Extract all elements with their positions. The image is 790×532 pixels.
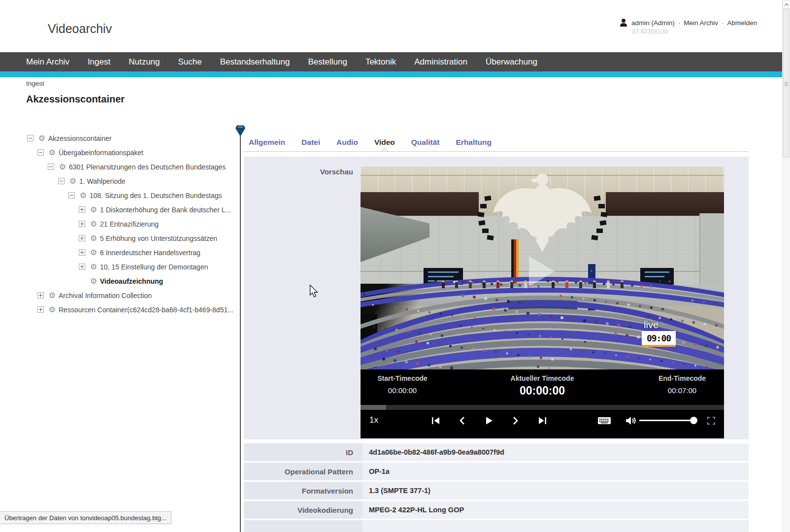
keyboard-shortcuts-icon[interactable] [596, 416, 613, 426]
tab-allgemein[interactable]: Allgemein [249, 138, 285, 152]
scene-decor [510, 280, 513, 288]
bundesadler-eagle-emblem [481, 167, 604, 256]
expand-icon[interactable] [79, 221, 85, 227]
abmelden-link[interactable]: Abmelden [727, 19, 757, 27]
tab-qualitaet[interactable]: Qualität [411, 138, 440, 152]
nav-mein-archiv[interactable]: Mein Archiv [26, 57, 69, 67]
scene-decor [434, 280, 437, 282]
scene-decor [473, 296, 476, 299]
scene-decor [516, 332, 518, 334]
step-back-icon[interactable] [455, 416, 469, 426]
volume-icon[interactable] [623, 416, 638, 426]
scene-decor [449, 345, 452, 347]
expand-icon[interactable] [37, 292, 44, 299]
scene-decor [660, 360, 662, 362]
page-scrollbar[interactable] [782, 0, 790, 532]
tab-video-active[interactable]: Video [374, 138, 395, 152]
tree-item-label[interactable]: 6 Innerdeutscher Handelsvertrag [100, 249, 200, 257]
scroll-up-icon[interactable] [783, 0, 790, 8]
play-button-icon[interactable] [482, 416, 496, 426]
tree-item-plenarsitzungen[interactable]: ⚙ 6301 Plenarsitzungen des Deutschen Bun… [25, 160, 236, 174]
tree-item-unterstuetzungssaetze[interactable]: ⚙ 5 Erhöhung von Unterstützungssätzen [25, 231, 236, 245]
expand-icon[interactable] [79, 206, 85, 213]
tree-item-sitzung-108[interactable]: ⚙ 108. Sitzung des 1. Deutschen Bundesta… [25, 188, 236, 202]
tree-item-videoaufzeichnung-selected[interactable]: ⚙ Videoaufzeichnung [25, 274, 236, 288]
tree-item-label[interactable]: Archival Information Collection [59, 292, 152, 299]
detail-tabs: Allgemein Datei Audio Video Qualität Erh… [244, 134, 492, 152]
tree-item-label[interactable]: 1 Diskonterhöhung der Bank deutscher L..… [100, 206, 231, 214]
tree-item-label[interactable]: 108. Sitzung des 1. Deutschen Bundestags [90, 192, 222, 200]
collapse-icon[interactable] [27, 135, 33, 141]
tree-item-handelsvertrag[interactable]: ⚙ 6 Innerdeutscher Handelsvertrag [25, 245, 236, 260]
nav-bestandserhaltung[interactable]: Bestandserhaltung [220, 57, 290, 67]
tab-erhaltung[interactable]: Erhaltung [456, 138, 492, 152]
nav-tektonik[interactable]: Tektonik [365, 57, 396, 67]
tree-item-label[interactable]: 6301 Plenarsitzungen des Deutschen Bunde… [69, 163, 226, 171]
scene-decor [694, 365, 696, 366]
collapse-icon[interactable] [68, 192, 75, 199]
expand-icon[interactable] [37, 306, 44, 313]
skip-to-end-icon[interactable] [535, 416, 550, 426]
pane-splitter[interactable] [240, 128, 241, 532]
collapse-icon[interactable] [48, 164, 54, 170]
collapse-icon[interactable] [37, 149, 44, 156]
tree-item-archival-information-collection[interactable]: ⚙ Archival Information Collection [25, 288, 236, 302]
scene-decor [363, 294, 365, 296]
seek-bar[interactable] [361, 405, 724, 410]
tab-datei[interactable]: Datei [301, 138, 320, 152]
tree-item-wahlperiode[interactable]: ⚙ 1. Wahlperiode [25, 174, 236, 188]
scene-decor [428, 311, 430, 313]
user-menu: admin (Admin) · Mein Archiv · Abmelden [620, 19, 757, 27]
expand-icon[interactable] [79, 264, 85, 270]
play-overlay-icon[interactable] [529, 256, 555, 287]
breadcrumb[interactable]: Ingest [26, 80, 44, 87]
status-bar: Übertragen der Daten von tonvideoap05.bu… [0, 511, 171, 524]
volume-slider[interactable] [639, 420, 693, 421]
gear-icon: ⚙ [89, 263, 98, 271]
collapse-icon[interactable] [58, 178, 65, 184]
tree-item-label[interactable]: 1. Wahlperiode [79, 177, 126, 185]
tree-item-entnazifizierung[interactable]: ⚙ 21 Entnazifizierung [25, 217, 236, 231]
mein-archiv-link[interactable]: Mein Archiv [684, 19, 718, 27]
nav-bestellung[interactable]: Bestellung [308, 57, 347, 67]
scene-decor [494, 351, 497, 353]
scene-decor [407, 330, 409, 332]
tree-item-label[interactable]: Akzessionscontainer [48, 134, 111, 142]
video-scene[interactable]: live 09:00 [361, 166, 724, 369]
tree-item-demontagen[interactable]: ⚙ 10, 15 Einstellung der Demontagen [25, 260, 236, 274]
tree-item-uebergabeinformationspaket[interactable]: ⚙ Übergabeinformationspaket [25, 145, 236, 160]
nav-nutzung[interactable]: Nutzung [129, 57, 160, 67]
scene-decor [639, 305, 641, 307]
fullscreen-icon[interactable] [704, 416, 719, 426]
start-timecode-label: Start-Timecode [361, 374, 444, 382]
skip-to-start-icon[interactable] [428, 416, 443, 426]
scene-decor [548, 367, 551, 369]
tree-item-ressourcen-container[interactable]: ⚙ Ressourcen Container(c624cd28-ba68-4cf… [25, 302, 236, 317]
accession-tree: ⚙ Akzessionscontainer ⚙ Übergabeinformat… [25, 131, 236, 317]
tree-item-label[interactable]: Ressourcen Container(c624cd28-ba68-4cf1-… [59, 306, 233, 314]
scene-decor [593, 299, 596, 301]
nav-suche[interactable]: Suche [178, 57, 202, 67]
scene-decor [614, 332, 617, 335]
scene-decor [715, 324, 718, 327]
tree-item-label[interactable]: Übergabeinformationspaket [59, 149, 143, 157]
step-forward-icon[interactable] [508, 416, 523, 426]
tree-item-label[interactable]: 5 Erhöhung von Unterstützungssätzen [100, 234, 217, 242]
tree-item-label[interactable]: Videoaufzeichnung [100, 277, 163, 285]
metadata-row-videokodierung: Videokodierung MPEG-2 422P-HL Long GOP [244, 501, 749, 519]
volume-slider-knob[interactable] [690, 417, 697, 424]
playback-speed-button[interactable]: 1x [369, 415, 378, 425]
scene-decor [579, 280, 582, 288]
tab-audio[interactable]: Audio [336, 138, 358, 152]
nav-ueberwachung[interactable]: Überwachung [486, 57, 537, 67]
nav-administration[interactable]: Administration [414, 57, 467, 67]
tree-item-diskonterhoehung[interactable]: ⚙ 1 Diskonterhöhung der Bank deutscher L… [25, 202, 236, 217]
tree-item-label[interactable]: 10, 15 Einstellung der Demontagen [100, 263, 208, 271]
scrollbar-thumb[interactable] [783, 9, 790, 158]
nav-ingest[interactable]: Ingest [88, 57, 110, 67]
expand-icon[interactable] [79, 249, 85, 256]
scene-decor [442, 280, 445, 288]
tree-item-akzessionscontainer[interactable]: ⚙ Akzessionscontainer [25, 131, 236, 145]
expand-icon[interactable] [79, 235, 85, 241]
tree-item-label[interactable]: 21 Entnazifizierung [100, 220, 159, 228]
